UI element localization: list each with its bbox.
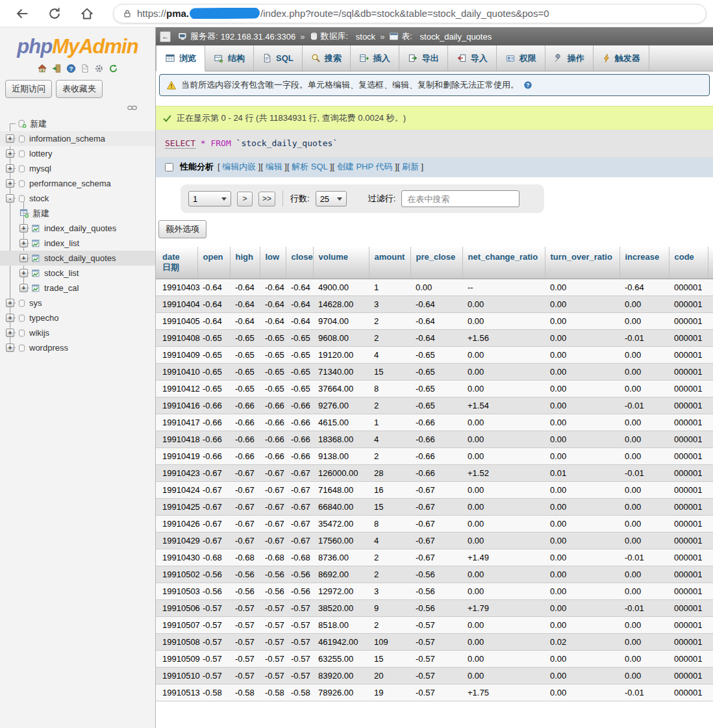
column-header-close[interactable]: close <box>286 247 313 279</box>
address-bar[interactable]: https://pma./index.php?route=/sql&db=sto… <box>113 4 707 23</box>
table-cell: 0.00 <box>545 381 619 397</box>
sidebar-item-lottery[interactable]: +lottery <box>0 146 155 161</box>
sidebar-item-stock_daily_quotes[interactable]: +stock_daily_quotes <box>0 251 155 266</box>
tab-插入[interactable]: 插入 <box>351 45 399 71</box>
tree-expander-icon[interactable]: + <box>6 134 14 143</box>
tree-expander-icon[interactable]: + <box>6 314 14 322</box>
sidebar-item-wikijs[interactable]: +wikijs <box>0 325 155 340</box>
tree-expander-icon[interactable]: + <box>6 164 14 173</box>
sidebar-item-新建[interactable]: 新建 <box>0 116 155 131</box>
next-page-button[interactable]: > <box>237 192 253 207</box>
page-select[interactable]: 1 <box>188 191 231 207</box>
tree-expander-icon[interactable]: + <box>6 179 14 188</box>
home-icon[interactable] <box>37 64 47 73</box>
last-page-button[interactable]: >> <box>258 192 275 207</box>
table-cell: 000001 <box>669 566 708 583</box>
tab-触发器[interactable]: 触发器 <box>594 45 649 71</box>
table-row: 19910412-0.65-0.65-0.65-0.6537664.008-0.… <box>156 381 713 397</box>
breadcrumb-server[interactable]: 服务器:192.168.31.46:3306 <box>178 31 295 42</box>
sql-keyword-select[interactable]: SELECT <box>165 138 195 149</box>
refresh-icon[interactable] <box>108 64 118 73</box>
tree-expander-icon[interactable]: - <box>6 194 14 203</box>
query-action-link[interactable]: 解析 SQL <box>292 162 327 171</box>
sidebar-item-trade_cal[interactable]: +trade_cal <box>0 281 155 295</box>
tab-结构[interactable]: 结构 <box>205 45 254 71</box>
back-icon[interactable] <box>14 6 30 21</box>
tab-权限[interactable]: 权限 <box>497 45 545 71</box>
tree-expander-icon[interactable]: + <box>6 299 14 307</box>
rows-per-page-select[interactable]: 25 <box>316 191 347 207</box>
tab-导出[interactable]: 导出 <box>399 45 448 71</box>
column-header-code[interactable]: code <box>669 247 708 279</box>
sidebar-item-index_list[interactable]: +index_list <box>0 236 155 251</box>
sidebar-item-information_schema[interactable]: +information_schema <box>0 131 155 146</box>
table-cell: 0.00 <box>462 364 545 381</box>
extra-options-button[interactable]: 额外选项 <box>158 220 206 238</box>
sidebar-item-performance_schema[interactable]: +performance_schema <box>0 176 155 191</box>
column-header-low[interactable]: low <box>260 247 286 279</box>
table-cell: -0.64 <box>286 296 313 313</box>
settings-icon[interactable] <box>94 64 104 73</box>
docs-help-icon[interactable]: ? <box>66 64 76 73</box>
column-header-increase[interactable]: increase <box>619 247 669 279</box>
column-header-amount[interactable]: amount <box>369 247 410 279</box>
column-header-high[interactable]: high <box>230 247 260 279</box>
tab-浏览[interactable]: 浏览 <box>156 45 205 71</box>
column-header-volume[interactable]: volume <box>313 247 369 279</box>
table-cell: -0.57 <box>410 617 462 634</box>
profiling-checkbox[interactable] <box>165 163 173 171</box>
help-icon[interactable]: ? <box>523 81 532 90</box>
sidebar-item-wordpress[interactable]: +wordpress <box>0 340 155 355</box>
tab-label: 结构 <box>228 53 245 64</box>
tree-expander-icon[interactable]: + <box>6 344 14 352</box>
column-header-turn_over_ratio[interactable]: turn_over_ratio <box>545 247 619 279</box>
tab-导入[interactable]: 导入 <box>448 45 497 71</box>
breadcrumb-database[interactable]: 数据库: stock <box>310 31 376 42</box>
reload-icon[interactable] <box>47 6 62 21</box>
tree-expander-icon[interactable]: + <box>6 149 14 158</box>
exit-icon[interactable] <box>52 64 62 73</box>
tab-操作[interactable]: 操作 <box>545 45 594 71</box>
table-cell: +1.75 <box>462 684 545 701</box>
home-icon[interactable] <box>79 6 95 21</box>
recent-tables-button[interactable]: 近期访问 <box>5 80 52 98</box>
sidebar-item-新建[interactable]: 新建 <box>0 206 155 221</box>
column-header-net_change_ratio[interactable]: net_change_ratio <box>462 247 545 279</box>
documentation-icon[interactable] <box>81 64 90 73</box>
sidebar-item-stock[interactable]: -stock <box>0 191 155 206</box>
collapse-navigation-button[interactable]: ← <box>160 31 171 42</box>
filter-rows-input[interactable] <box>401 190 519 207</box>
sidebar-item-typecho[interactable]: +typecho <box>0 310 155 325</box>
tree-expander-icon[interactable]: + <box>19 254 28 262</box>
table-cell: 0.00 <box>545 549 619 566</box>
column-header-date[interactable]: date日期 <box>156 247 197 279</box>
favorite-tables-button[interactable]: 表收藏夹 <box>56 80 103 98</box>
tab-搜索[interactable]: 搜索 <box>303 45 351 71</box>
table-cell: 4 <box>369 431 410 448</box>
tree-expander-icon[interactable]: + <box>19 269 28 277</box>
sidebar-item-stock_list[interactable]: +stock_list <box>0 266 155 281</box>
sidebar-item-index_daily_quotes[interactable]: +index_daily_quotes <box>0 221 155 236</box>
sidebar-item-sys[interactable]: +sys <box>0 295 155 310</box>
table-cell: 16 <box>369 482 410 499</box>
table-cell: 0.00 <box>619 448 669 465</box>
link-panel-icon[interactable] <box>127 105 137 111</box>
breadcrumb-table[interactable]: 表: stock_daily_quotes <box>389 31 492 42</box>
phpmyadmin-logo[interactable]: phpMyAdmin <box>0 27 155 58</box>
column-header-open[interactable]: open <box>197 247 230 279</box>
tab-SQL[interactable]: SQL <box>254 45 303 71</box>
tree-item-label: performance_schema <box>29 179 111 188</box>
query-action-link[interactable]: 编辑 <box>266 162 282 171</box>
query-action-link[interactable]: 创建 PHP 代码 <box>337 162 393 171</box>
tree-expander-icon[interactable]: + <box>19 284 28 292</box>
query-action-link[interactable]: 刷新 <box>402 162 419 171</box>
column-header-pre_close[interactable]: pre_close <box>410 247 462 279</box>
table-cell: -0.66 <box>260 414 286 431</box>
tree-expander-icon[interactable]: + <box>19 224 28 232</box>
table-cell: -0.67 <box>286 465 313 482</box>
table-cell: 0.00 <box>462 651 545 668</box>
query-action-link[interactable]: 编辑内嵌 <box>222 162 256 171</box>
sidebar-item-mysql[interactable]: +mysql <box>0 161 155 176</box>
tree-expander-icon[interactable]: + <box>6 329 14 337</box>
tree-expander-icon[interactable]: + <box>19 239 28 247</box>
